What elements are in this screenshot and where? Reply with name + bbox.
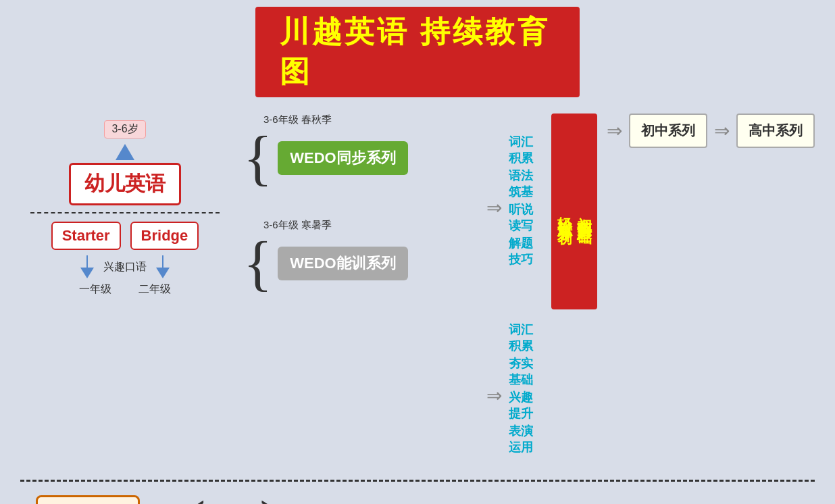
arrow-train-icon: ⇒ (486, 384, 502, 407)
grade2-label: 二年级 (138, 282, 171, 297)
ziran-col: 自然拼读 不限年龄（初学、基础薄弱） (20, 495, 155, 504)
arrow-zhongxue-icon: ⇒ (607, 120, 622, 142)
wedo-sync-block: 3-6年级 春秋季 { WEDO同步系列 (243, 114, 415, 185)
page-container: 川越英语 持续教育图 3-6岁 幼儿英语 Starter Bridge (0, 0, 835, 504)
skills-col: ⇒ 词汇积累 语法筑基 听说读写 解题技巧 ⇒ 词汇积累 夯实基础 兴趣提升 表… (486, 134, 542, 469)
train-skills-list: 词汇积累 夯实基础 兴趣提升 表演运用 (509, 322, 542, 455)
ziran-box: 自然拼读 (36, 495, 140, 504)
bridge-box: Bridge (130, 222, 199, 250)
wedo-train-box: WEDO能训系列 (278, 247, 407, 280)
arrow-gaoxue-icon: ⇒ (714, 120, 730, 142)
arrow-down-right-icon (156, 255, 170, 278)
starter-box: Starter (51, 222, 121, 250)
bottom-section: 自然拼读 不限年龄（初学、基础薄弱） ⇒ ( 见词能拼 听音能写 美语正音 巧记… (7, 488, 828, 504)
page-title: 川越英语 持续教育图 (280, 12, 555, 92)
gaoxue-box: 高中系列 (736, 114, 815, 148)
paren-bracket-icon: ( (183, 493, 205, 504)
sync-skill-3: 听说读写 (509, 201, 542, 234)
top-section: 3-6岁 幼儿英语 Starter Bridge 兴趣口语 (7, 114, 828, 469)
arrow-up-icon (116, 144, 134, 160)
wedo-sync-box: WEDO同步系列 (278, 141, 407, 175)
arrow-down-left-icon (80, 255, 94, 278)
grade-row: 一年级 二年级 (79, 282, 171, 297)
train-skills-group: ⇒ 词汇积累 夯实基础 兴趣提升 表演运用 (486, 322, 542, 469)
arrow-sync-icon: ⇒ (486, 197, 502, 219)
youer-box: 幼儿英语 (69, 163, 181, 205)
title-box: 川越英语 持续教育图 (255, 7, 580, 97)
sync-skills-group: ⇒ 词汇积累 语法筑基 听说读写 解题技巧 (486, 134, 542, 281)
age-label: 3-6岁 (104, 120, 145, 138)
xingqu-row: 兴趣口语 (80, 255, 170, 278)
zhongxue-box: 初中系列 (629, 114, 707, 148)
sync-skill-2: 语法筑基 (509, 168, 542, 200)
wedo-train-block: 3-6年级 寒暑季 { WEDO能训系列 (243, 219, 415, 291)
wedo-sync-row: { WEDO同步系列 (243, 130, 415, 185)
ziran-skills-group: ( 见词能拼 听音能写 美语正音 巧记单词 ) (183, 493, 282, 504)
wedo-train-row: { WEDO能训系列 (243, 236, 415, 291)
bracket-left-bottom-icon: { (243, 236, 272, 291)
left-col: 3-6岁 幼儿英语 Starter Bridge 兴趣口语 (20, 120, 230, 297)
train-skill-3: 兴趣提升 (509, 389, 542, 422)
red-vertical-text: 初中英语好基础轻松应对小升初 (555, 205, 593, 219)
sync-skills-list: 词汇积累 语法筑基 听说读写 解题技巧 (509, 134, 542, 268)
middle-col: 3-6年级 春秋季 { WEDO同步系列 3-6年级 寒暑季 { WEDO能训系… (230, 114, 486, 304)
sync-skill-1: 词汇积累 (509, 134, 542, 166)
xingqu-label: 兴趣口语 (103, 260, 147, 274)
train-skill-2: 夯实基础 (509, 355, 542, 388)
train-skill-4: 表演运用 (509, 423, 542, 455)
grade1-label: 一年级 (79, 282, 111, 297)
bracket-left-top-icon: { (243, 130, 272, 185)
zhongxue-col: ⇒ 初中系列 ⇒ 高中系列 (607, 114, 815, 148)
sync-skill-4: 解题技巧 (509, 235, 542, 268)
paren-bracket-close-icon: ) (259, 493, 282, 504)
dashed-divider-full (20, 480, 815, 482)
dashed-divider-short (30, 212, 220, 213)
train-skill-1: 词汇积累 (509, 322, 542, 354)
red-vertical-box: 初中英语好基础轻松应对小升初 (551, 114, 597, 309)
starter-bridge-row: Starter Bridge (51, 222, 199, 250)
